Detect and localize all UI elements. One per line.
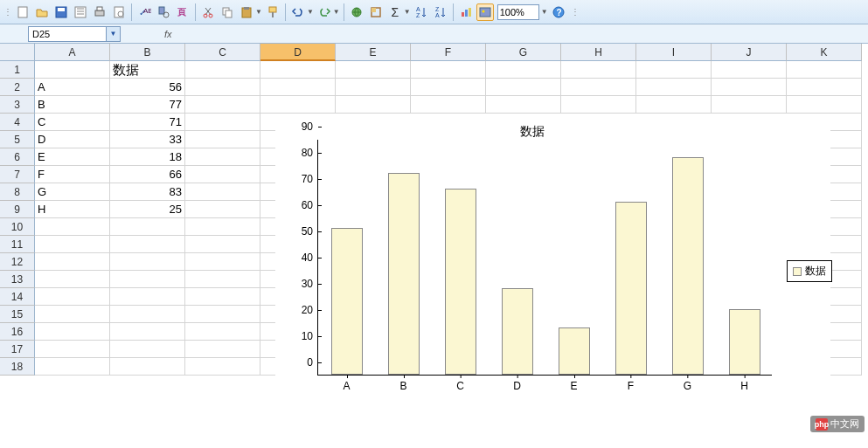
cell-G1[interactable] — [486, 61, 561, 79]
cell-G3[interactable] — [486, 96, 561, 114]
row-header-10[interactable]: 10 — [0, 218, 35, 236]
column-header-G[interactable]: G — [486, 44, 561, 61]
cell-A10[interactable] — [35, 218, 110, 236]
cell-F1[interactable] — [411, 61, 486, 79]
undo-dropdown-icon[interactable]: ▼ — [307, 8, 314, 16]
cell-A12[interactable] — [35, 253, 110, 271]
cell-B6[interactable]: 18 — [110, 148, 185, 166]
row-header-3[interactable]: 3 — [0, 96, 35, 114]
cell-C9[interactable] — [185, 201, 260, 218]
select-all-corner[interactable] — [0, 44, 35, 61]
border-icon[interactable] — [367, 3, 385, 21]
cell-B11[interactable] — [110, 236, 185, 253]
cell-A7[interactable]: F — [35, 166, 110, 183]
zoom-input[interactable] — [497, 4, 539, 20]
cell-C13[interactable] — [185, 271, 260, 288]
cell-B1[interactable]: 数据 — [110, 61, 185, 79]
sort-desc-icon[interactable]: ZA — [432, 3, 449, 21]
cell-H3[interactable] — [561, 96, 636, 114]
row-header-4[interactable]: 4 — [0, 114, 35, 131]
cell-J1[interactable] — [712, 61, 787, 79]
bar-H[interactable] — [729, 309, 760, 375]
thesaurus-icon[interactable]: 頁 — [174, 3, 191, 21]
preview-icon[interactable] — [110, 3, 128, 21]
embedded-chart[interactable]: 数据 0102030405060708090ABCDEFGH 数据 — [275, 114, 830, 384]
cell-C4[interactable] — [185, 114, 260, 131]
cell-E2[interactable] — [336, 79, 411, 96]
hyperlink-icon[interactable] — [348, 3, 365, 21]
cell-C6[interactable] — [185, 148, 260, 166]
row-header-13[interactable]: 13 — [0, 271, 35, 288]
bar-C[interactable] — [445, 189, 476, 375]
cell-D1[interactable] — [260, 61, 336, 79]
row-header-17[interactable]: 17 — [0, 341, 35, 358]
sort-asc-icon[interactable]: AZ — [413, 3, 430, 21]
cell-B16[interactable] — [110, 323, 185, 341]
cell-B14[interactable] — [110, 288, 185, 306]
cell-B5[interactable]: 33 — [110, 131, 185, 148]
save-as-icon[interactable] — [72, 3, 89, 21]
paste-icon[interactable] — [238, 3, 255, 21]
cell-H1[interactable] — [561, 61, 636, 79]
cell-I2[interactable] — [636, 79, 712, 96]
cell-C14[interactable] — [185, 288, 260, 306]
bar-E[interactable] — [559, 327, 590, 375]
row-header-2[interactable]: 2 — [0, 79, 35, 96]
cell-A18[interactable] — [35, 358, 110, 376]
research-icon[interactable] — [155, 3, 172, 21]
fx-label[interactable]: fx — [164, 29, 172, 39]
cell-I1[interactable] — [636, 61, 712, 79]
cell-B15[interactable] — [110, 306, 185, 323]
cell-C11[interactable] — [185, 236, 260, 253]
cell-B2[interactable]: 56 — [110, 79, 185, 96]
cell-A17[interactable] — [35, 341, 110, 358]
drawing-icon[interactable] — [476, 3, 494, 21]
cell-A14[interactable] — [35, 288, 110, 306]
redo-icon[interactable] — [316, 3, 333, 21]
row-header-11[interactable]: 11 — [0, 236, 35, 253]
paste-dropdown-icon[interactable]: ▼ — [255, 8, 262, 16]
undo-icon[interactable] — [289, 3, 307, 21]
name-box-dropdown-icon[interactable]: ▼ — [107, 26, 121, 42]
cell-F2[interactable] — [411, 79, 486, 96]
row-header-1[interactable]: 1 — [0, 61, 35, 79]
autosum-dropdown-icon[interactable]: ▼ — [404, 8, 411, 16]
cell-A2[interactable]: A — [35, 79, 110, 96]
cell-I3[interactable] — [636, 96, 712, 114]
cell-C3[interactable] — [185, 96, 260, 114]
column-header-F[interactable]: F — [411, 44, 486, 61]
zoom-dropdown-icon[interactable]: ▼ — [541, 8, 548, 16]
redo-dropdown-icon[interactable]: ▼ — [333, 8, 340, 16]
new-icon[interactable] — [14, 3, 31, 21]
cell-A1[interactable] — [35, 61, 110, 79]
cell-A8[interactable]: G — [35, 183, 110, 201]
column-header-H[interactable]: H — [561, 44, 636, 61]
cell-A3[interactable]: B — [35, 96, 110, 114]
cell-B13[interactable] — [110, 271, 185, 288]
format-painter-icon[interactable] — [264, 3, 281, 21]
column-header-J[interactable]: J — [712, 44, 787, 61]
row-header-18[interactable]: 18 — [0, 358, 35, 376]
cell-B7[interactable]: 66 — [110, 166, 185, 183]
copy-icon[interactable] — [219, 3, 236, 21]
autosum-icon[interactable]: Σ — [386, 3, 404, 21]
open-icon[interactable] — [33, 3, 51, 21]
cell-A5[interactable]: D — [35, 131, 110, 148]
column-header-B[interactable]: B — [110, 44, 185, 61]
bar-B[interactable] — [388, 173, 420, 375]
row-header-9[interactable]: 9 — [0, 201, 35, 218]
cell-C17[interactable] — [185, 341, 260, 358]
save-icon[interactable] — [52, 3, 70, 21]
cell-C2[interactable] — [185, 79, 260, 96]
cell-F3[interactable] — [411, 96, 486, 114]
cell-A13[interactable] — [35, 271, 110, 288]
bar-F[interactable] — [615, 202, 647, 375]
bar-A[interactable] — [331, 228, 363, 375]
bar-D[interactable] — [502, 288, 533, 375]
cut-icon[interactable] — [199, 3, 217, 21]
cell-A6[interactable]: E — [35, 148, 110, 166]
cell-A9[interactable]: H — [35, 201, 110, 218]
cell-B18[interactable] — [110, 358, 185, 376]
cell-B17[interactable] — [110, 341, 185, 358]
cell-C7[interactable] — [185, 166, 260, 183]
